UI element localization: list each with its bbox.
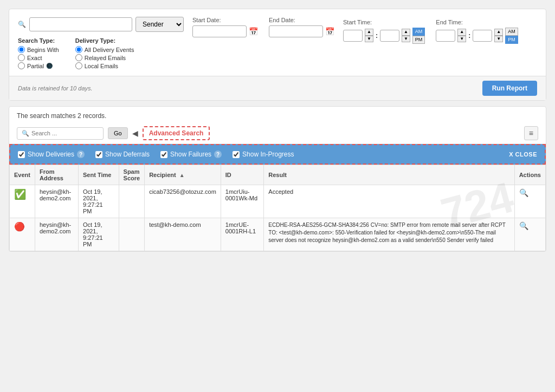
spam-cell-1 [119, 185, 145, 218]
partial-icon: 🌑 [46, 63, 53, 69]
end-am-btn[interactable]: AM [505, 28, 518, 36]
id-cell-1: 1mcrUiu-0001Wk-Md [221, 185, 263, 218]
table-container: 724 Event From Address Sent Time SpamSco… [9, 165, 546, 251]
radio-all-delivery[interactable]: All Delivery Events [75, 46, 134, 53]
start-hour-input[interactable]: 11 [343, 30, 363, 42]
sort-arrow: ▲ [179, 172, 185, 178]
th-id: ID [221, 165, 263, 185]
end-min-up[interactable]: ▲ [494, 29, 503, 35]
sent-cell-2: Oct 19, 2021, 9:27:21PM [79, 218, 119, 251]
start-hour-spinner[interactable]: ▲ ▼ [365, 29, 373, 42]
result-cell-2: ECDHE-RSA-AES256-GCM-SHA384:256 CV=no: S… [264, 218, 514, 251]
end-date-cal-icon[interactable]: 📅 [325, 27, 334, 36]
time-sep-1: : [376, 32, 378, 40]
results-summary: The search matches 2 records. [17, 112, 106, 120]
action-button-1[interactable]: 🔍 [519, 188, 528, 197]
radio-relayed[interactable]: Relayed Emails [75, 54, 134, 61]
data-table: Event From Address Sent Time SpamScore R… [9, 165, 546, 251]
recipient-cell-2: test@kh-demo.com [145, 218, 221, 251]
show-deliveries-filter: Show Deliveries ? [18, 151, 85, 158]
start-minute-spinner[interactable]: ▲ ▼ [402, 29, 410, 42]
show-deliveries-checkbox[interactable] [18, 151, 25, 158]
th-from: From Address [35, 165, 78, 185]
search-row: 🔍 heysin@kh-demo2.com Sender Recipient S… [18, 17, 537, 70]
advanced-search-button[interactable]: Advanced Search [143, 126, 210, 140]
date-time-section: Start Date: 10/18/2021 📅 End Date: 10/21… [192, 17, 518, 44]
deliveries-help-icon[interactable]: ? [77, 151, 85, 158]
end-date-input-wrap: 10/21/2021 📅 [269, 25, 334, 37]
radio-local[interactable]: Local Emails [75, 62, 134, 69]
collapse-icon[interactable]: ◀ [132, 129, 138, 138]
start-date-input[interactable]: 10/18/2021 [192, 25, 247, 37]
end-min-down[interactable]: ▼ [494, 36, 503, 42]
search-type-label: Search Type: [18, 37, 59, 44]
show-deliveries-label: Show Deliveries [28, 151, 74, 158]
show-inprogress-label: Show In-Progress [242, 151, 294, 158]
show-inprogress-checkbox[interactable] [233, 151, 240, 158]
local-label: Local Emails [85, 63, 118, 69]
spam-cell-2 [119, 218, 145, 251]
search-bar-input[interactable] [31, 130, 96, 136]
recipient-cell-1: cicab73256@otozuz.com [145, 185, 221, 218]
search-panel: 🔍 heysin@kh-demo2.com Sender Recipient S… [9, 9, 546, 101]
end-minute-input[interactable]: 09 [473, 30, 492, 42]
search-bar-input-wrap: 🔍 [17, 127, 104, 140]
end-hour-down[interactable]: ▼ [457, 36, 466, 42]
start-date-cal-icon[interactable]: 📅 [249, 27, 258, 36]
start-time-field: Start Time: 11 ▲ ▼ : 09 ▲ [343, 19, 425, 44]
sender-dropdown[interactable]: Sender Recipient Subject [135, 17, 184, 32]
start-pm-btn[interactable]: PM [412, 36, 425, 44]
end-ampm-toggle[interactable]: AM PM [505, 28, 518, 44]
radio-begins-with[interactable]: Begins With [18, 46, 59, 53]
end-hour-input[interactable]: 01 [436, 30, 455, 42]
start-hour-up[interactable]: ▲ [365, 29, 373, 35]
run-report-button[interactable]: Run Report [482, 81, 537, 96]
action-button-2[interactable]: 🔍 [519, 221, 528, 230]
from-cell-2: heysin@kh-demo2.com [35, 218, 78, 251]
start-date-input-wrap: 10/18/2021 📅 [192, 25, 258, 37]
filter-close-button[interactable]: X CLOSE [509, 151, 537, 158]
th-result: Result [264, 165, 514, 185]
grid-icon: ≡ [529, 129, 533, 138]
show-deferrals-filter: Show Deferrals [95, 151, 150, 158]
all-delivery-label: All Delivery Events [85, 47, 134, 53]
search-input-group: 🔍 heysin@kh-demo2.com Sender Recipient S… [18, 17, 184, 32]
show-failures-checkbox[interactable] [160, 151, 167, 158]
start-am-btn[interactable]: AM [412, 28, 425, 36]
start-date-field: Start Date: 10/18/2021 📅 [192, 17, 258, 44]
time-row: Start Time: 11 ▲ ▼ : 09 ▲ [343, 19, 518, 44]
id-cell-2: 1mcrUE-0001RH-L1 [221, 218, 263, 251]
end-minute-spinner[interactable]: ▲ ▼ [494, 29, 503, 42]
go-button[interactable]: Go [108, 127, 128, 139]
action-cell-2: 🔍 [514, 218, 545, 251]
failures-help-icon[interactable]: ? [214, 151, 222, 158]
end-hour-spinner[interactable]: ▲ ▼ [457, 29, 466, 42]
start-ampm-toggle[interactable]: AM PM [412, 28, 425, 44]
search-bar-row: 🔍 Go ◀ Advanced Search ≡ [9, 123, 546, 144]
radio-exact[interactable]: Exact [18, 54, 59, 61]
page-wrapper: 🔍 heysin@kh-demo2.com Sender Recipient S… [0, 0, 555, 392]
show-deferrals-checkbox[interactable] [95, 151, 102, 158]
top-search-section: 🔍 heysin@kh-demo2.com Sender Recipient S… [18, 17, 518, 70]
grid-icon-button[interactable]: ≡ [524, 126, 538, 140]
end-time-label: End Time: [436, 19, 518, 25]
event-cell-2: 🔴 [10, 218, 35, 251]
th-event: Event [10, 165, 35, 185]
exact-label: Exact [27, 55, 42, 61]
begins-with-label: Begins With [27, 47, 59, 53]
th-recipient[interactable]: Recipient ▲ [145, 165, 221, 185]
relayed-label: Relayed Emails [85, 55, 126, 61]
start-hour-down[interactable]: ▼ [365, 36, 373, 42]
search-input[interactable]: heysin@kh-demo2.com [29, 17, 132, 31]
end-date-input[interactable]: 10/21/2021 [269, 25, 323, 37]
results-area: The search matches 2 records. 🔍 Go ◀ Adv… [9, 106, 546, 252]
end-hour-up[interactable]: ▲ [457, 29, 466, 35]
start-minute-input[interactable]: 09 [380, 30, 399, 42]
th-sent: Sent Time [79, 165, 119, 185]
end-pm-btn[interactable]: PM [505, 36, 518, 44]
radio-partial[interactable]: Partial 🌑 [18, 62, 59, 69]
end-date-label: End Date: [269, 17, 334, 23]
start-min-down[interactable]: ▼ [402, 36, 410, 42]
th-actions: Actions [514, 165, 545, 185]
start-min-up[interactable]: ▲ [402, 29, 410, 35]
